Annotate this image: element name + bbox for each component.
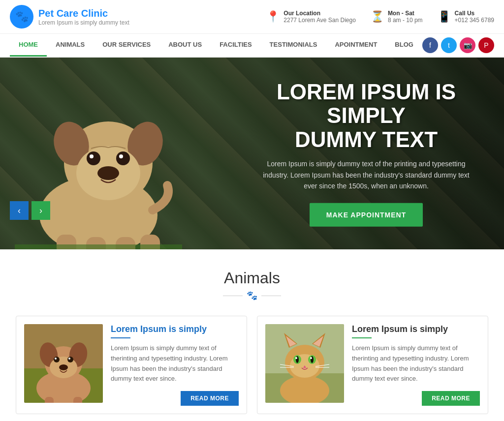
animals-section: Animals 🐾 <box>0 249 504 421</box>
svg-point-9 <box>97 166 119 180</box>
svg-point-8 <box>119 154 123 158</box>
svg-rect-18 <box>15 244 182 249</box>
cat-card-description: Lorem Ipsum is simply dummy text of ther… <box>352 343 480 384</box>
section-divider: 🐾 <box>10 290 494 301</box>
svg-point-48 <box>295 357 297 359</box>
hours-label: Mon - Sat <box>388 10 423 17</box>
dog-card-description: Lorem Ipsum is simply dummy text of ther… <box>111 343 239 384</box>
call-value: +012 345 6789 <box>455 17 494 24</box>
nav-bar: HOME ANIMALS OUR SERVICES ABOUT US FACIL… <box>0 34 504 58</box>
animal-card-cat: Lorem Ipsum is simply Lorem Ipsum is sim… <box>257 316 488 414</box>
divider-left <box>223 296 243 296</box>
svg-point-7 <box>90 154 94 158</box>
hero-content: LOREM IPSUM IS SIMPLY DUMMY TEXT Lorem I… <box>258 80 474 227</box>
top-bar: 🐾 Pet Care Clinic Lorem Ipsum is simply … <box>0 0 504 34</box>
nav-appointment[interactable]: APOINTMENT <box>326 34 386 57</box>
cat-card-title: Lorem Ipsum is simply <box>352 324 480 334</box>
site-title: Pet Care Clinic <box>38 8 129 19</box>
location-icon: 📍 <box>266 10 280 23</box>
dog-card-underline <box>111 337 130 338</box>
svg-point-5 <box>87 151 100 165</box>
hours-value: 8 am - 10 pm <box>388 17 423 24</box>
facebook-icon[interactable]: f <box>422 37 438 53</box>
phone-info: 📱 Call Us +012 345 6789 <box>438 10 494 24</box>
nav-blog[interactable]: BLOG <box>386 34 422 57</box>
svg-rect-33 <box>73 397 82 403</box>
carousel-next-button[interactable]: › <box>32 201 50 220</box>
svg-point-6 <box>116 151 130 165</box>
hours-info: ⏳ Mon - Sat 8 am - 10 pm <box>371 10 423 24</box>
nav-links: HOME ANIMALS OUR SERVICES ABOUT US FACIL… <box>10 34 422 57</box>
logo-area: 🐾 Pet Care Clinic Lorem Ipsum is simply … <box>10 5 129 29</box>
nav-home[interactable]: HOME <box>10 34 47 57</box>
svg-rect-32 <box>45 397 54 403</box>
svg-point-27 <box>54 357 60 362</box>
dog-card-read-more-button[interactable]: READ MORE <box>181 391 239 406</box>
carousel-controls: ‹ › <box>10 201 50 220</box>
svg-point-29 <box>55 358 57 360</box>
phone-icon: 📱 <box>438 10 451 23</box>
hero-dog-image <box>15 67 197 249</box>
site-subtitle: Lorem Ipsum is simply dummy text <box>38 19 129 26</box>
dog-card-title: Lorem Ipsum is simply <box>111 324 239 334</box>
cat-card-image <box>265 324 344 403</box>
cat-card-read-more-button[interactable]: READ MORE <box>422 391 480 406</box>
nav-services[interactable]: OUR SERVICES <box>94 34 159 57</box>
nav-facilities[interactable]: FACILTIES <box>211 34 260 57</box>
logo-text: Pet Care Clinic Lorem Ipsum is simply du… <box>38 8 129 26</box>
animal-card-dog: Lorem Ipsum is simply Lorem Ipsum is sim… <box>16 316 247 414</box>
nav-testimonials[interactable]: TESTIMONIALS <box>261 34 326 57</box>
appointment-button[interactable]: MAKE APPOINTMENT <box>310 203 423 227</box>
twitter-icon[interactable]: t <box>441 37 457 53</box>
hero-description: Lorem Ipsum is simply dummy text of the … <box>258 158 474 191</box>
svg-point-28 <box>67 357 73 362</box>
top-info: 📍 Our Location 2277 Lorem Ave San Diego … <box>266 10 494 24</box>
cat-card-content: Lorem Ipsum is simply Lorem Ipsum is sim… <box>352 324 480 406</box>
nav-animals[interactable]: ANIMALS <box>47 34 94 57</box>
divider-right <box>261 296 281 296</box>
animals-section-title: Animals <box>10 269 494 287</box>
dog-card-image <box>24 324 103 403</box>
svg-point-49 <box>310 357 312 359</box>
hero-section: LOREM IPSUM IS SIMPLY DUMMY TEXT Lorem I… <box>0 58 504 249</box>
location-label: Our Location <box>284 10 356 17</box>
hero-title: LOREM IPSUM IS SIMPLY DUMMY TEXT <box>258 80 474 151</box>
svg-point-30 <box>68 358 70 360</box>
call-label: Call Us <box>455 10 494 17</box>
clock-icon: ⏳ <box>371 10 384 23</box>
location-info: 📍 Our Location 2277 Lorem Ave San Diego <box>266 10 356 24</box>
paw-divider-icon: 🐾 <box>247 290 257 301</box>
carousel-prev-button[interactable]: ‹ <box>10 201 29 220</box>
pinterest-icon[interactable]: P <box>478 37 494 53</box>
instagram-icon[interactable]: 📷 <box>460 37 475 53</box>
dog-card-content: Lorem Ipsum is simply Lorem Ipsum is sim… <box>111 324 239 406</box>
location-value: 2277 Lorem Ave San Diego <box>284 17 356 24</box>
svg-point-31 <box>59 364 68 370</box>
animal-cards-row: Lorem Ipsum is simply Lorem Ipsum is sim… <box>10 316 494 414</box>
cat-card-underline <box>352 337 372 338</box>
social-icons: f t 📷 P <box>422 37 494 53</box>
nav-about[interactable]: ABOUT US <box>159 34 211 57</box>
logo-icon: 🐾 <box>10 5 33 29</box>
